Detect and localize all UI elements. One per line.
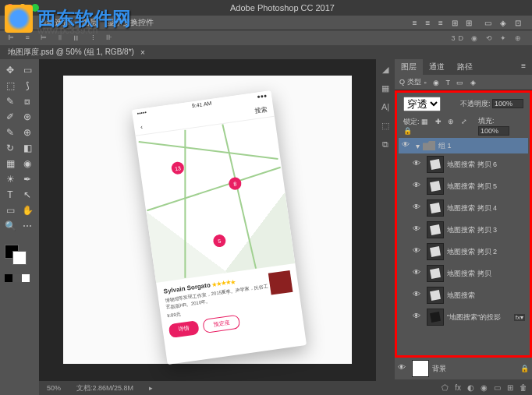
layer-group[interactable]: 👁 ▾ 组 1 — [399, 138, 528, 153]
tab-channels[interactable]: 通道 — [423, 59, 451, 75]
zoom-tool[interactable]: 🔍 — [2, 218, 19, 234]
layer-thumbnail[interactable] — [427, 265, 444, 282]
zoom-level[interactable]: 50% — [47, 384, 61, 392]
quick-select-tool[interactable]: ✎ — [2, 93, 19, 109]
expand-icon[interactable]: ▾ — [416, 142, 420, 150]
eraser-tool[interactable]: ◧ — [19, 140, 36, 156]
document-canvas[interactable]: •••••9:41 AM●●● ‹搜索 13 8 5 Sylvain Sorga… — [63, 76, 352, 364]
visibility-toggle[interactable]: 👁 — [402, 140, 413, 151]
layer-filter-row: Q 类型 ▫ ◉ T ▭ ◈ — [395, 75, 532, 90]
visibility-toggle[interactable]: 👁 — [413, 312, 424, 323]
watermark-logo — [5, 5, 33, 33]
group-icon[interactable]: ▭ — [494, 383, 501, 392]
path-select-tool[interactable]: ↖ — [19, 187, 36, 203]
artboard-tool[interactable]: ▭ — [19, 62, 36, 78]
canvas-area[interactable]: •••••9:41 AM●●● ‹搜索 13 8 5 Sylvain Sorga… — [39, 59, 376, 395]
mode-3d-icons[interactable]: 3D ◉ ⟲ ✦ ⊕ — [451, 34, 524, 42]
group-name[interactable]: 组 1 — [438, 141, 525, 151]
layer-item[interactable]: 👁地图搜索 — [399, 284, 528, 306]
visibility-toggle[interactable]: 👁 — [413, 159, 424, 170]
layer-thumbnail[interactable] — [427, 156, 444, 173]
visibility-toggle[interactable]: 👁 — [413, 268, 424, 279]
edit-toolbar[interactable]: ⋯ — [19, 218, 36, 234]
swatch-black[interactable] — [5, 274, 12, 282]
marquee-tool[interactable]: ⬚ — [2, 78, 19, 93]
tab-paths[interactable]: 路径 — [451, 59, 479, 75]
background-color[interactable] — [12, 251, 27, 265]
workspace-icons[interactable]: ▭ ◈ ⊡ — [484, 19, 524, 27]
fx-icon[interactable]: fx — [455, 383, 461, 392]
opacity-label: 不透明度: — [460, 100, 491, 108]
layer-thumbnail[interactable] — [412, 360, 429, 377]
layer-thumbnail[interactable] — [427, 287, 444, 304]
filter-type-icons[interactable]: ▫ ◉ T ▭ ◈ — [424, 79, 478, 86]
history-brush-tool[interactable]: ↻ — [2, 140, 19, 156]
close-tab-icon[interactable]: × — [140, 48, 145, 57]
swatch-white[interactable] — [22, 274, 30, 282]
panel-icon-crop[interactable]: ⧉ — [378, 137, 392, 151]
blur-tool[interactable]: ◉ — [19, 156, 36, 171]
mask-icon[interactable]: ◐ — [467, 383, 474, 392]
background-layer[interactable]: 👁 背景 🔒 — [395, 358, 532, 379]
new-layer-icon[interactable]: ⊞ — [507, 383, 513, 392]
lock-label: 锁定: — [403, 118, 420, 125]
kind-filter-label: Q 类型 — [399, 77, 421, 87]
tab-layers[interactable]: 图层 — [395, 59, 423, 75]
hand-tool[interactable]: ✋ — [19, 203, 36, 218]
lock-icon[interactable]: 🔒 — [520, 365, 529, 372]
panel-icon-color[interactable]: ◢ — [378, 62, 392, 76]
layer-item[interactable]: 👁地图搜索 拷贝 4 — [399, 197, 528, 219]
visibility-toggle[interactable]: 👁 — [413, 224, 424, 235]
layer-thumbnail[interactable] — [427, 199, 444, 217]
healing-tool[interactable]: ⊛ — [19, 109, 36, 125]
layer-item[interactable]: 👁"地图搜索"的投影fx▾ — [399, 306, 528, 328]
crop-tool[interactable]: ⧈ — [19, 93, 36, 109]
brush-tool[interactable]: ✎ — [2, 125, 19, 140]
visibility-toggle[interactable]: 👁 — [413, 246, 424, 257]
blend-opacity-row: 穿透 不透明度: — [399, 94, 528, 114]
swatch-gray[interactable] — [13, 274, 21, 282]
visibility-toggle[interactable]: 👁 — [413, 203, 424, 213]
delete-layer-icon[interactable]: 🗑 — [520, 383, 527, 392]
panel-icon-swatches[interactable]: ▦ — [378, 81, 392, 95]
folder-icon — [423, 141, 435, 150]
panel-icon-libraries[interactable]: A| — [378, 100, 392, 114]
adjustment-icon[interactable]: ◉ — [481, 383, 488, 392]
visibility-toggle[interactable]: 👁 — [413, 290, 424, 301]
dodge-tool[interactable]: ☀ — [2, 171, 19, 187]
gradient-tool[interactable]: ▦ — [2, 156, 19, 171]
layers-list[interactable]: 👁 ▾ 组 1 👁地图搜索 拷贝 6 👁地图搜索 拷贝 5 👁地图搜索 拷贝 4… — [399, 138, 528, 354]
lasso-tool[interactable]: ⟆ — [19, 78, 36, 93]
layer-item[interactable]: 👁地图搜索 拷贝 5 — [399, 175, 528, 197]
pen-tool[interactable]: ✒ — [19, 171, 36, 187]
layers-panel-footer: ⬠ fx ◐ ◉ ▭ ⊞ 🗑 — [395, 379, 532, 395]
align-icons[interactable]: ≡ ≡ ≡ ⊞ ⊞ — [413, 19, 476, 27]
stamp-tool[interactable]: ⊕ — [19, 125, 36, 140]
visibility-toggle[interactable]: 👁 — [398, 363, 409, 374]
fill-input[interactable] — [478, 126, 509, 136]
fx-badge[interactable]: fx▾ — [514, 314, 525, 321]
layer-thumbnail[interactable] — [427, 309, 444, 326]
layer-thumbnail[interactable] — [427, 243, 444, 260]
layer-thumbnail[interactable] — [427, 221, 444, 238]
blend-mode-select[interactable]: 穿透 — [403, 97, 441, 111]
visibility-toggle[interactable]: 👁 — [413, 181, 424, 192]
phone-mockup-layer: •••••9:41 AM●●● ‹搜索 13 8 5 Sylvain Sorga… — [132, 90, 307, 365]
foreground-background-colors[interactable] — [5, 245, 34, 265]
panel-menu-icon[interactable]: ≡ — [515, 59, 532, 75]
layer-item[interactable]: 👁地图搜索 拷贝 6 — [399, 153, 528, 175]
panel-icon-adjustments[interactable]: ⬚ — [378, 118, 392, 132]
eyedropper-tool[interactable]: ✐ — [2, 109, 19, 125]
layer-thumbnail[interactable] — [427, 178, 444, 195]
type-tool[interactable]: T — [2, 187, 19, 203]
layer-item[interactable]: 👁地图搜索 拷贝 3 — [399, 219, 528, 241]
shape-tool[interactable]: ▭ — [2, 203, 19, 218]
doc-size: 文档:2.86M/25.8M — [76, 383, 133, 393]
document-tab[interactable]: 地图厚度.psd @ 50% (组 1, RGB/8*) × — [0, 45, 532, 59]
opacity-input[interactable] — [492, 99, 523, 108]
highlighted-layers-region: 穿透 不透明度: 锁定: ▦ ✚ ⊕ ⤢ 🔒 填充: 👁 ▾ 组 1 👁地图搜索… — [395, 90, 532, 358]
layer-item[interactable]: 👁地图搜索 拷贝 2 — [399, 241, 528, 263]
layer-item[interactable]: 👁地图搜索 拷贝 — [399, 263, 528, 284]
move-tool[interactable]: ✥ — [2, 62, 19, 78]
link-layers-icon[interactable]: ⬠ — [442, 383, 449, 392]
